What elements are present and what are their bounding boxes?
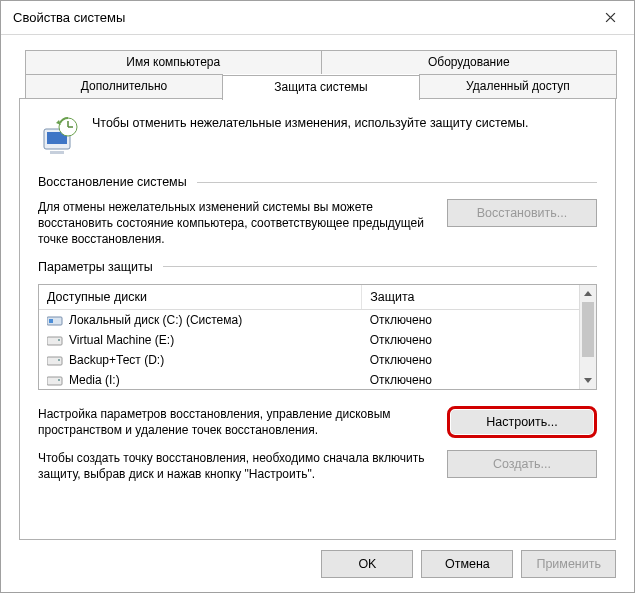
tab-system-protection[interactable]: Защита системы [222,75,420,100]
restore-heading: Восстановление системы [38,175,187,189]
svg-rect-2 [50,151,64,154]
ok-button[interactable]: OK [321,550,413,578]
svg-rect-12 [58,379,60,381]
table-row[interactable]: Локальный диск (C:) (Система)Отключено [39,309,596,330]
dialog-footer: OK Отмена Применить [1,540,634,592]
drive-name: Backup+Тест (D:) [69,353,164,367]
scroll-thumb[interactable] [582,302,594,357]
drive-icon [47,334,63,346]
protection-heading: Параметры защиты [38,260,153,274]
table-row[interactable]: Virtual Machine (E:)Отключено [39,330,596,350]
drive-icon [47,374,63,386]
system-properties-window: Свойства системы Имя компьютера Оборудов… [0,0,635,593]
column-header-status[interactable]: Защита [362,285,596,310]
create-button: Создать... [447,450,597,478]
intro-row: Чтобы отменить нежелательные изменения, … [38,115,597,157]
restore-button: Восстановить... [447,199,597,227]
drive-status: Отключено [362,370,596,390]
drive-name: Media (I:) [69,373,120,387]
drive-name: Локальный диск (C:) (Система) [69,313,242,327]
drive-icon [47,354,63,366]
column-header-drive[interactable]: Доступные диски [39,285,362,310]
window-title: Свойства системы [13,10,125,25]
create-description: Чтобы создать точку восстановления, необ… [38,450,433,482]
drive-status: Отключено [362,330,596,350]
apply-button: Применить [521,550,616,578]
divider [197,182,597,183]
configure-description: Настройка параметров восстановления, упр… [38,406,433,438]
drive-status: Отключено [362,309,596,330]
scrollbar-vertical[interactable] [579,285,596,389]
drive-table: Доступные диски Защита Локальный диск (C… [39,285,596,390]
tab-advanced[interactable]: Дополнительно [25,74,223,99]
svg-rect-8 [58,339,60,341]
scroll-track[interactable] [580,302,596,372]
svg-rect-6 [49,319,53,323]
drive-icon [47,314,63,326]
tab-remote[interactable]: Удаленный доступ [419,74,617,99]
scroll-down-icon[interactable] [580,372,596,389]
drive-status: Отключено [362,350,596,370]
cancel-button[interactable]: Отмена [421,550,513,578]
configure-button[interactable]: Настроить... [447,406,597,438]
drive-name: Virtual Machine (E:) [69,333,174,347]
table-row[interactable]: Media (I:)Отключено [39,370,596,390]
scroll-up-icon[interactable] [580,285,596,302]
tab-hardware[interactable]: Оборудование [321,50,618,74]
dialog-body: Имя компьютера Оборудование Дополнительн… [1,35,634,540]
restore-description: Для отмены нежелательных изменений систе… [38,199,433,248]
table-row[interactable]: Backup+Тест (D:)Отключено [39,350,596,370]
system-protection-icon [38,115,80,157]
protection-section-header: Параметры защиты [38,260,597,274]
restore-section-header: Восстановление системы [38,175,597,189]
close-icon [605,12,616,23]
tab-computer-name[interactable]: Имя компьютера [25,50,322,74]
divider [163,266,597,267]
svg-marker-13 [584,291,592,296]
titlebar: Свойства системы [1,1,634,35]
tab-strip: Имя компьютера Оборудование Дополнительн… [19,49,616,98]
svg-rect-10 [58,359,60,361]
svg-marker-14 [584,378,592,383]
intro-text: Чтобы отменить нежелательные изменения, … [92,115,529,157]
close-button[interactable] [588,2,632,34]
drive-table-container: Доступные диски Защита Локальный диск (C… [38,284,597,390]
tab-panel-system-protection: Чтобы отменить нежелательные изменения, … [19,98,616,540]
